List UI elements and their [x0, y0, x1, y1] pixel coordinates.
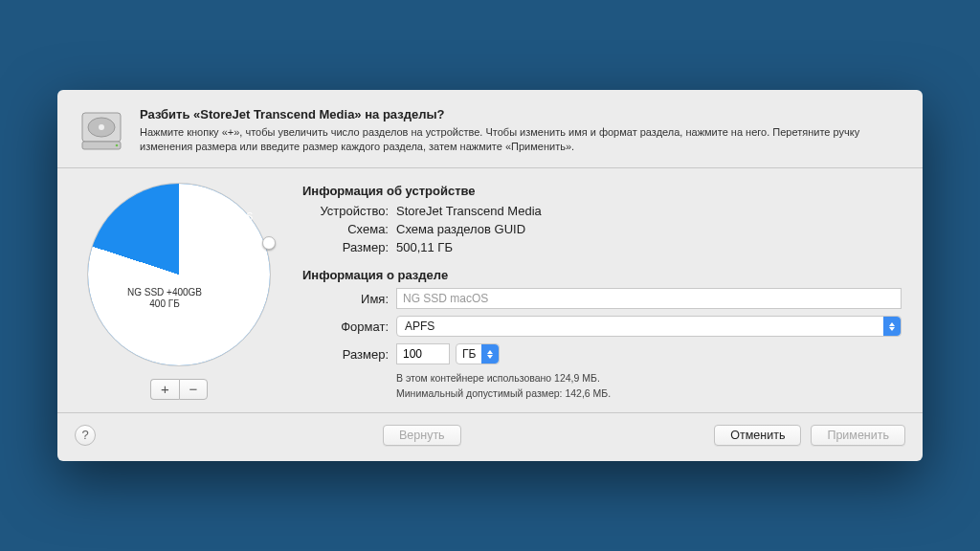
add-partition-button[interactable]: +: [150, 379, 179, 400]
partition-pie-column: NG SS…acOS 100 ГБ NG SSD +400GB 400 ГБ +…: [78, 184, 279, 400]
partition-info-title: Информация о разделе: [302, 268, 902, 282]
format-select[interactable]: APFS: [396, 316, 902, 337]
scheme-value: Схема разделов GUID: [396, 222, 902, 236]
size-unit-select[interactable]: ГБ: [456, 343, 500, 364]
svg-point-2: [99, 124, 104, 130]
device-size-value: 500,11 ГБ: [396, 240, 902, 254]
add-remove-segmented: + −: [150, 379, 208, 400]
apply-button[interactable]: Применить: [811, 425, 905, 446]
chevron-updown-icon: [481, 344, 499, 364]
chevron-updown-icon: [883, 317, 901, 336]
info-column: Информация об устройстве Устройство: Sto…: [302, 184, 902, 400]
partition-dialog: Разбить «StoreJet Transcend Media» на ра…: [57, 90, 923, 460]
device-label: Устройство:: [302, 204, 389, 218]
device-info-title: Информация об устройстве: [302, 184, 902, 198]
help-button[interactable]: ?: [75, 425, 96, 446]
scheme-label: Схема:: [302, 222, 389, 236]
format-label: Формат:: [302, 320, 389, 334]
remove-partition-button[interactable]: −: [179, 379, 208, 400]
min-size-hint: Минимальный допустимый размер: 142,6 МБ.: [396, 386, 902, 400]
partition-size-input[interactable]: [396, 343, 450, 364]
disk-icon: [78, 107, 124, 153]
dialog-body: NG SS…acOS 100 ГБ NG SSD +400GB 400 ГБ +…: [57, 168, 923, 411]
name-label: Имя:: [302, 292, 389, 306]
svg-rect-3: [82, 142, 121, 149]
partition-name-input[interactable]: [396, 288, 902, 309]
used-space-hint: В этом контейнере использовано 124,9 МБ.: [396, 371, 902, 385]
dialog-description: Нажмите кнопку «+», чтобы увеличить числ…: [140, 125, 902, 154]
size-unit-value: ГБ: [462, 347, 476, 361]
dialog-footer: ? Вернуть Отменить Применить: [57, 413, 923, 461]
pie-resize-handle[interactable]: [262, 236, 276, 250]
partition-pie-chart[interactable]: NG SS…acOS 100 ГБ NG SSD +400GB 400 ГБ: [88, 184, 270, 365]
dialog-title: Разбить «StoreJet Transcend Media» на ра…: [140, 107, 902, 121]
cancel-button[interactable]: Отменить: [714, 425, 801, 446]
size-label: Размер:: [302, 347, 389, 362]
revert-button[interactable]: Вернуть: [383, 425, 461, 446]
format-value: APFS: [405, 320, 434, 333]
dialog-header: Разбить «StoreJet Transcend Media» на ра…: [57, 90, 923, 167]
device-value: StoreJet Transcend Media: [396, 204, 902, 218]
svg-point-4: [116, 144, 119, 147]
device-size-label: Размер:: [302, 240, 389, 254]
